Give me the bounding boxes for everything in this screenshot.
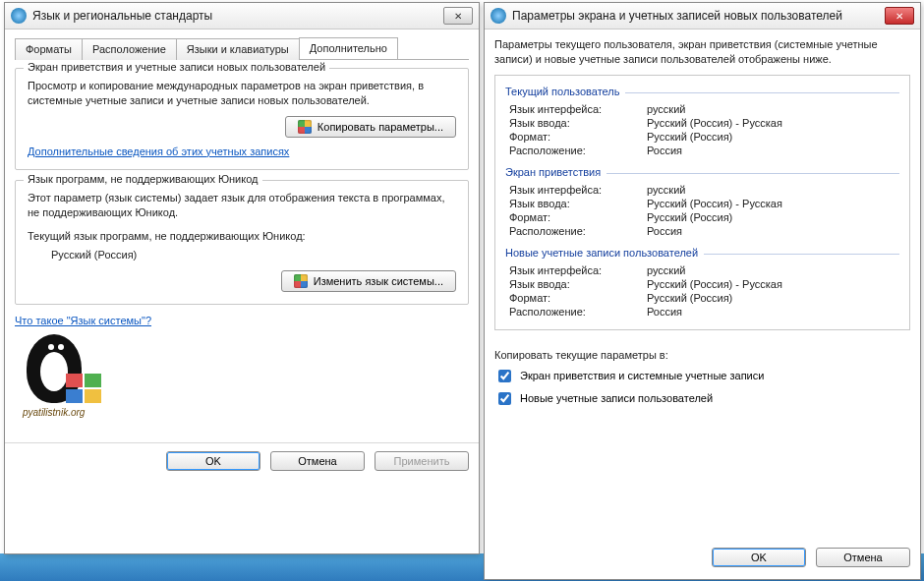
titlebar[interactable]: Параметры экрана и учетных записей новых… — [485, 3, 920, 29]
watermark-logo: pyatilistnik.org — [19, 330, 127, 429]
value-format: Русский (Россия) — [647, 131, 732, 143]
copy-to-label: Копировать текущие параметры в: — [494, 348, 910, 363]
non-unicode-group: Язык программ, не поддерживающих Юникод … — [15, 180, 469, 305]
button-label: Изменить язык системы... — [314, 275, 443, 287]
apply-button[interactable]: Применить — [375, 451, 469, 471]
current-locale-value: Русский (Россия) — [51, 248, 456, 262]
account-section: Экран приветствияЯзык интерфейса:русский… — [495, 164, 909, 245]
value-display-language: русский — [647, 264, 685, 276]
cancel-button[interactable]: Отмена — [816, 548, 910, 567]
account-section: Текущий пользовательЯзык интерфейса:русс… — [495, 84, 909, 164]
section-rule — [625, 92, 899, 93]
region-language-dialog: Язык и региональные стандарты ✕ Форматы … — [4, 2, 480, 554]
tab-location[interactable]: Расположение — [82, 38, 177, 60]
section-title: Текущий пользователь — [505, 86, 619, 97]
button-label: Копировать параметры... — [318, 121, 443, 133]
checkbox-label: Новые учетные записи пользователей — [520, 392, 713, 404]
value-location: Россия — [647, 225, 682, 237]
ok-button[interactable]: OK — [166, 451, 260, 471]
label-location: Расположение: — [509, 306, 647, 318]
value-input-language: Русский (Россия) - Русская — [647, 117, 782, 129]
group-legend: Экран приветствия и учетные записи новых… — [24, 61, 329, 73]
label-input-language: Язык ввода: — [509, 278, 647, 290]
label-format: Формат: — [509, 292, 647, 304]
label-display-language: Язык интерфейса: — [509, 184, 647, 196]
uac-shield-icon — [298, 120, 312, 134]
windows-flag-icon — [66, 374, 101, 403]
watermark-text: pyatilistnik.org — [23, 407, 85, 418]
label-display-language: Язык интерфейса: — [509, 103, 647, 115]
value-display-language: русский — [647, 103, 685, 115]
group-text: Этот параметр (язык системы) задает язык… — [28, 191, 456, 220]
uac-shield-icon — [294, 274, 308, 288]
section-rule — [606, 173, 899, 174]
value-location: Россия — [647, 306, 682, 318]
checkbox-welcome-system[interactable]: Экран приветствия и системные учетные за… — [494, 367, 910, 385]
checkbox-label: Экран приветствия и системные учетные за… — [520, 370, 764, 381]
group-legend: Язык программ, не поддерживающих Юникод — [24, 173, 262, 185]
globe-icon — [491, 8, 506, 24]
window-title: Параметры экрана и учетных записей новых… — [512, 9, 885, 23]
section-title: Экран приветствия — [505, 166, 601, 178]
value-format: Русский (Россия) — [647, 292, 732, 304]
change-system-locale-button[interactable]: Изменить язык системы... — [281, 270, 456, 292]
label-location: Расположение: — [509, 145, 647, 156]
tab-keyboards[interactable]: Языки и клавиатуры — [176, 38, 300, 60]
ok-button[interactable]: OK — [712, 548, 806, 567]
label-display-language: Язык интерфейса: — [509, 264, 647, 276]
label-format: Формат: — [509, 211, 647, 223]
welcome-accounts-group: Экран приветствия и учетные записи новых… — [15, 68, 469, 170]
checkbox-input[interactable] — [498, 392, 511, 405]
account-section: Новые учетные записи пользователейЯзык и… — [495, 245, 909, 325]
window-title: Язык и региональные стандарты — [32, 9, 443, 23]
value-location: Россия — [647, 145, 682, 156]
intro-text: Параметры текущего пользователя, экран п… — [494, 37, 910, 67]
value-format: Русский (Россия) — [647, 211, 732, 223]
group-text: Просмотр и копирование международных пар… — [28, 79, 456, 108]
globe-icon — [11, 8, 27, 24]
label-input-language: Язык ввода: — [509, 198, 647, 209]
welcome-new-user-settings-dialog: Параметры экрана и учетных записей новых… — [484, 2, 921, 580]
tab-formats[interactable]: Форматы — [15, 38, 83, 60]
close-button[interactable]: ✕ — [443, 7, 473, 25]
value-input-language: Русский (Россия) - Русская — [647, 278, 782, 290]
tab-administrative[interactable]: Дополнительно — [299, 37, 398, 59]
value-display-language: русский — [647, 184, 685, 196]
checkbox-input[interactable] — [498, 370, 511, 382]
copy-settings-button[interactable]: Копировать параметры... — [285, 116, 456, 138]
titlebar[interactable]: Язык и региональные стандарты ✕ — [5, 3, 479, 29]
current-locale-label: Текущий язык программ, не поддерживающих… — [28, 229, 456, 244]
tabstrip: Форматы Расположение Языки и клавиатуры … — [15, 37, 469, 60]
accounts-summary-box: Текущий пользовательЯзык интерфейса:русс… — [494, 75, 910, 330]
cancel-button[interactable]: Отмена — [270, 451, 365, 471]
label-format: Формат: — [509, 131, 647, 143]
value-input-language: Русский (Россия) - Русская — [647, 198, 782, 209]
accounts-info-link[interactable]: Дополнительные сведения об этих учетных … — [28, 145, 289, 157]
label-location: Расположение: — [509, 225, 647, 237]
dialog-button-row: OK Отмена — [702, 540, 920, 575]
what-is-system-locale-link[interactable]: Что такое "Язык системы"? — [15, 315, 151, 326]
dialog-button-row: OK Отмена Применить — [5, 442, 479, 479]
close-button[interactable]: ✕ — [885, 7, 914, 25]
section-rule — [704, 254, 899, 255]
checkbox-new-users[interactable]: Новые учетные записи пользователей — [494, 389, 910, 408]
section-title: Новые учетные записи пользователей — [505, 247, 698, 259]
label-input-language: Язык ввода: — [509, 117, 647, 129]
